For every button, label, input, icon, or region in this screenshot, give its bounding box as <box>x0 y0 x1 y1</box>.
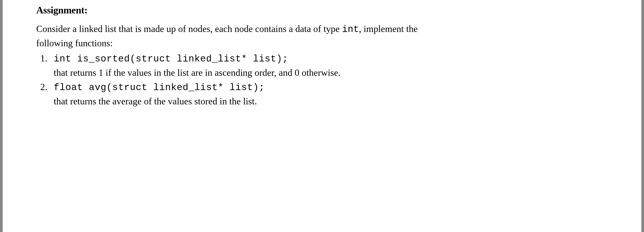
document-page: Assignment: Consider a linked list that … <box>3 0 641 232</box>
intro-paragraph: Consider a linked list that is made up o… <box>36 22 428 50</box>
list-item-1: 1. int is_sorted(struct linked_list* lis… <box>54 52 428 79</box>
list-number-2: 2. <box>40 80 48 94</box>
list-item-2: 2. float avg(struct linked_list* list); … <box>54 80 428 108</box>
function-description-1: that returns 1 if the values in the list… <box>54 66 428 79</box>
assignment-heading: Assignment: <box>36 4 608 16</box>
function-signature-is-sorted: int is_sorted(struct linked_list* list); <box>54 54 288 64</box>
function-signature-avg: float avg(struct linked_list* list); <box>54 82 264 93</box>
intro-text-part1: Consider a linked list that is made up o… <box>36 24 342 34</box>
function-list: 1. int is_sorted(struct linked_list* lis… <box>36 52 428 108</box>
intro-code-int: int <box>342 24 359 35</box>
list-number-1: 1. <box>40 52 48 65</box>
function-description-2: that returns the average of the values s… <box>54 95 428 108</box>
